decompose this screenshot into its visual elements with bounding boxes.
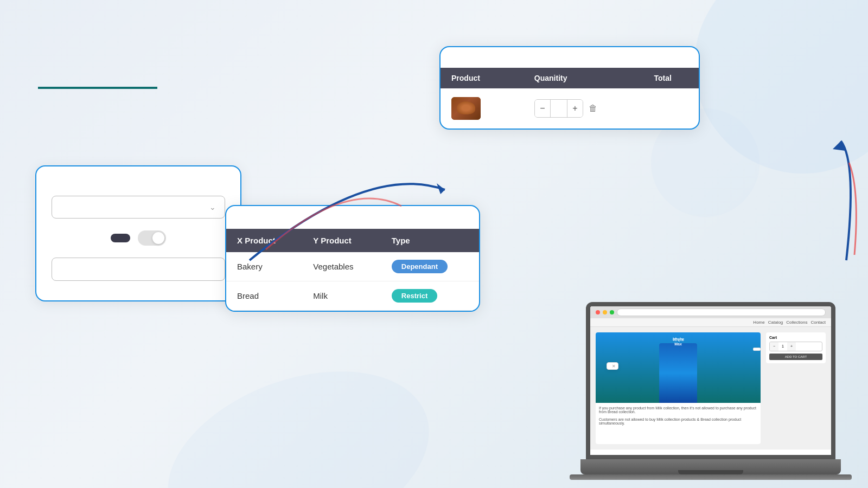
cart-product-cell — [441, 88, 524, 129]
screen-nav-bar: Home Catalog Collections Contact — [590, 318, 831, 327]
collection-table: X Product Y Product Type Bakery Vegetabl… — [226, 229, 479, 311]
cart-total-cell — [643, 88, 699, 129]
mini-qty-val: 1 — [778, 342, 787, 351]
col-type: Type — [381, 229, 479, 252]
screen-description: If you purchase any product from Milk co… — [596, 403, 761, 428]
collection-table-wrapper: X Product Y Product Type Bakery Vegetabl… — [226, 229, 479, 311]
screen-sidebar: Cart − 1 + ADD TO CART — [766, 332, 826, 444]
nav-collections: Collections — [786, 320, 807, 325]
restricted-label — [111, 234, 130, 242]
row1-type: Dependant — [381, 252, 479, 281]
restrict-badge: Restrict — [392, 289, 437, 303]
svg-marker-0 — [437, 183, 445, 194]
laptop-base — [580, 459, 841, 474]
x-collection-chevron-icon: ⌄ — [209, 203, 216, 211]
nav-home: Home — [753, 320, 764, 325]
screen-notification: ✕ — [607, 362, 618, 370]
row2-type: Restrict — [381, 281, 479, 311]
notification-close-icon[interactable]: ✕ — [612, 364, 616, 369]
screen-cart-mini: Cart − 1 + ADD TO CART — [766, 332, 826, 363]
quantity-control: − + — [534, 99, 583, 118]
mini-add-to-cart: ADD TO CART — [769, 354, 822, 360]
row1-y: Vegetables — [302, 252, 381, 281]
screen-nav-pills: Home Catalog Collections Contact — [753, 320, 826, 325]
screen-product-area: वेरीफ्रेशMax ✕ If you purchase any produ… — [596, 332, 761, 444]
screen-product-image: वेरीफ्रेशMax — [596, 332, 761, 403]
mini-increase: + — [787, 342, 796, 351]
screen-dot-red — [596, 310, 600, 314]
screen-product-label — [753, 348, 761, 351]
mini-decrease: − — [770, 342, 778, 351]
laptop-container: Home Catalog Collections Contact वेरीफ्र… — [570, 302, 852, 480]
screen-body: वेरीफ्रेशMax ✕ If you purchase any produ… — [590, 327, 831, 450]
cart-col-quantity: Quanitity — [524, 68, 643, 88]
restricted-toggle-row — [52, 230, 225, 246]
screen-topbar — [590, 306, 831, 318]
nav-catalog: Catalog — [768, 320, 783, 325]
cart-col-product: Product — [441, 68, 524, 88]
mini-qty-control: − 1 + — [769, 342, 822, 351]
cart-col-total: Total — [643, 68, 699, 88]
col-y-product: Y Product — [302, 229, 381, 252]
product-image — [451, 97, 481, 120]
add-collection-title — [226, 206, 479, 229]
dependant-badge: Dependant — [392, 260, 448, 273]
cart-table: Product Quanitity Total — [441, 68, 699, 129]
laptop-screen-inner: Home Catalog Collections Contact वेरीफ्र… — [590, 306, 831, 455]
cart-quantity-cell: − + 🗑 — [524, 88, 643, 129]
screen-url-bar — [617, 309, 826, 316]
mini-cart-title: Cart — [769, 336, 822, 339]
y-collection-section — [52, 258, 225, 281]
add-collection-table-card: X Product Y Product Type Bakery Vegetabl… — [225, 205, 480, 312]
milk-text-visual: वेरीफ्रेशMax — [673, 338, 684, 346]
row1-x: Bakery — [226, 252, 302, 281]
quantity-increase-button[interactable]: + — [567, 100, 583, 117]
screen-dot-green — [610, 310, 614, 314]
bg-shape-2 — [143, 338, 454, 488]
cart-card: Product Quanitity Total — [439, 46, 700, 130]
cart-header — [441, 47, 699, 68]
col-x-product: X Product — [226, 229, 302, 252]
product-info — [451, 97, 513, 120]
row2-x: Bread — [226, 281, 302, 311]
bread-image-visual — [451, 97, 481, 120]
add-new-collection-card: ⌄ — [35, 165, 241, 301]
nav-contact: Contact — [810, 320, 826, 325]
table-row: Bakery Vegetables Dependant — [226, 252, 479, 281]
screen-dot-yellow — [603, 310, 607, 314]
milk-pack-visual — [659, 343, 697, 403]
y-collection-input[interactable] — [52, 258, 225, 281]
restricted-toggle[interactable] — [138, 230, 166, 246]
delete-item-icon[interactable]: 🗑 — [589, 104, 597, 113]
table-row: Bread Milk Restrict — [226, 281, 479, 311]
x-collection-select[interactable]: ⌄ — [52, 196, 225, 219]
hero-title-section — [38, 49, 157, 94]
quantity-value — [550, 100, 567, 117]
hero-title — [38, 49, 157, 81]
table-header-row: X Product Y Product Type — [226, 229, 479, 252]
row2-y: Milk — [302, 281, 381, 311]
laptop-bottom-edge — [570, 474, 852, 480]
quantity-decrease-button[interactable]: − — [535, 100, 550, 117]
cart-row: − + 🗑 — [441, 88, 699, 129]
laptop-screen: Home Catalog Collections Contact वेरीफ्र… — [586, 302, 835, 459]
cart-header-row: Product Quanitity Total — [441, 68, 699, 88]
title-underline — [38, 87, 157, 89]
